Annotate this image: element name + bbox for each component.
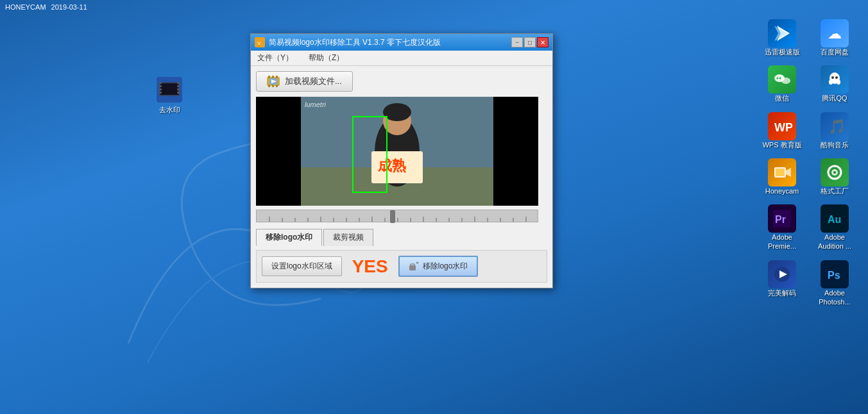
geshi-icon: [821, 158, 849, 186]
sidebar-row-3: WPS WPS 教育版 🎵 酷狗音乐: [759, 112, 858, 149]
svg-rect-3: [159, 85, 162, 87]
window-titlebar: V 简易视频logo水印移除工具 V1.3.7 零下七度汉化版 － □ ✕: [251, 34, 552, 51]
photoshop-icon: Ps: [821, 260, 849, 288]
svg-text:V: V: [257, 40, 261, 46]
svg-rect-42: [272, 76, 274, 78]
load-video-button[interactable]: 加载视频文件...: [256, 71, 353, 92]
svg-point-21: [835, 76, 838, 79]
menu-help[interactable]: 帮助（Z）: [306, 51, 346, 65]
honeycam-icon: [768, 158, 796, 186]
svg-text:Au: Au: [828, 214, 841, 225]
black-bar-right: [493, 97, 538, 206]
video-area: 成熟 lumetri: [256, 97, 538, 206]
svg-text:Pr: Pr: [775, 214, 786, 225]
svg-point-15: [777, 78, 779, 79]
audition-icon: Au: [821, 204, 849, 233]
minimize-button[interactable]: －: [511, 37, 523, 47]
sidebar-icon-baidu[interactable]: ☁ 百度网盘: [812, 19, 858, 56]
film-icon: [267, 76, 280, 87]
remove-watermark-button[interactable]: 移除logo水印: [398, 256, 479, 277]
xunlei-icon: [768, 19, 796, 47]
svg-rect-77: [390, 210, 395, 223]
window-icon: V: [255, 37, 265, 47]
wanmei-icon: [768, 260, 796, 288]
sidebar-row-1: 迅雷极速版 ☁ 百度网盘: [759, 19, 858, 56]
sidebar-icon-wps[interactable]: WPS WPS 教育版: [759, 112, 805, 149]
close-button[interactable]: ✕: [537, 37, 549, 47]
selection-rect: [352, 116, 387, 193]
svg-point-19: [837, 79, 840, 85]
maximize-button[interactable]: □: [524, 37, 536, 47]
audition-label: Adobe Audition ...: [812, 233, 858, 251]
main-window: V 简易视频logo水印移除工具 V1.3.7 零下七度汉化版 － □ ✕ 文件…: [250, 33, 553, 288]
video-watermark-text: lumetri: [305, 101, 326, 108]
wps-icon: WPS: [768, 112, 796, 140]
action-area: 设置logo水印区域 YES 移除logo水印: [256, 250, 547, 283]
geshi-label: 格式工厂: [821, 186, 849, 195]
svg-rect-41: [268, 76, 270, 78]
svg-rect-43: [276, 76, 278, 78]
video-scene: 成熟: [301, 97, 493, 206]
load-button-label: 加载视频文件...: [285, 76, 342, 87]
window-title: 简易视频logo水印移除工具 V1.3.7 零下七度汉化版: [269, 37, 511, 48]
datetime-label: 2019-03-11: [51, 3, 87, 11]
remove-watermark-label: 移除logo水印: [423, 261, 468, 272]
svg-rect-44: [268, 85, 270, 87]
timeline-ticks: // drawn inline: [257, 210, 539, 223]
window-menubar: 文件（Y） 帮助（Z）: [251, 51, 552, 66]
app-name-label: HONEYCAM: [5, 3, 46, 11]
sidebar-right: 迅雷极速版 ☁ 百度网盘 微信: [759, 19, 858, 306]
sidebar-icon-kugou[interactable]: 🎵 酷狗音乐: [812, 112, 858, 149]
desktop-icon-qushuiyin[interactable]: 去水印: [146, 77, 192, 114]
sidebar-icon-premiere[interactable]: Pr Adobe Premie...: [759, 204, 805, 251]
svg-rect-79: [411, 264, 414, 266]
sidebar-icon-qq[interactable]: 腾讯QQ: [812, 65, 858, 103]
svg-rect-8: [177, 88, 180, 90]
menu-file[interactable]: 文件（Y）: [255, 51, 296, 65]
remove-icon: [409, 261, 419, 272]
set-region-button[interactable]: 设置logo水印区域: [262, 256, 342, 276]
tabs-bar: 移除logo水印 裁剪视频: [256, 229, 547, 246]
svg-rect-5: [159, 92, 162, 94]
sidebar-icon-honeycam[interactable]: Honeycam: [759, 158, 805, 195]
svg-text:Ps: Ps: [828, 270, 840, 281]
sidebar-icon-wechat[interactable]: 微信: [759, 65, 805, 103]
svg-rect-7: [177, 85, 180, 87]
sidebar-icon-geshi[interactable]: 格式工厂: [812, 158, 858, 195]
svg-rect-4: [159, 88, 162, 90]
svg-text:WPS: WPS: [774, 121, 792, 134]
sidebar-icon-wanmei[interactable]: 完美解码: [759, 260, 805, 307]
qushuiyin-icon: [157, 77, 182, 103]
qushuiyin-label: 去水印: [159, 105, 180, 114]
tab-remove-logo[interactable]: 移除logo水印: [256, 229, 322, 246]
wps-label: WPS 教育版: [762, 140, 801, 149]
premiere-icon: Pr: [768, 204, 796, 233]
sidebar-row-4: Honeycam 格式工厂: [759, 158, 858, 195]
black-bar-left: [256, 97, 301, 206]
set-region-label: 设置logo水印区域: [271, 261, 332, 272]
kugou-label: 酷狗音乐: [821, 140, 849, 149]
svg-point-16: [779, 78, 781, 79]
svg-rect-26: [776, 169, 785, 176]
premiere-label: Adobe Premie...: [759, 233, 805, 251]
svg-rect-9: [177, 92, 180, 94]
window-body: 加载视频文件...: [251, 66, 552, 288]
svg-rect-45: [272, 85, 274, 87]
yes-status-label: YES: [352, 256, 388, 277]
sidebar-icon-photoshop[interactable]: Ps Adobe Photosh...: [812, 260, 858, 307]
sidebar-icon-audition[interactable]: Au Adobe Audition ...: [812, 204, 858, 251]
baidu-label: 百度网盘: [821, 47, 849, 56]
sidebar-row-2: 微信 腾讯QQ: [759, 65, 858, 103]
sidebar-icon-xunlei[interactable]: 迅雷极速版: [759, 19, 805, 56]
top-bar: HONEYCAM 2019-03-11: [0, 0, 868, 14]
wechat-icon: [768, 65, 796, 94]
titlebar-buttons: － □ ✕: [511, 37, 549, 47]
tab-crop-video[interactable]: 裁剪视频: [323, 229, 373, 246]
baidu-icon: ☁: [821, 19, 849, 47]
svg-marker-11: [774, 26, 787, 41]
svg-point-14: [781, 78, 790, 84]
svg-point-29: [833, 171, 836, 174]
timeline[interactable]: // drawn inline: [256, 210, 538, 222]
svg-text:☁: ☁: [828, 26, 842, 42]
video-content: 成熟 lumetri: [256, 97, 538, 206]
